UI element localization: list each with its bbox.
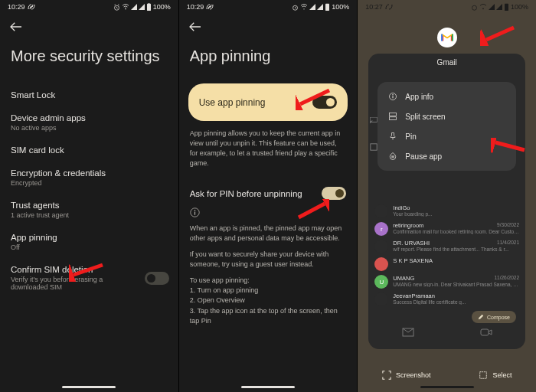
item-sublabel: No active apps <box>11 124 168 132</box>
app-title: Gmail <box>368 54 525 71</box>
item-sublabel: Off <box>11 243 168 251</box>
pencil-icon <box>478 314 484 320</box>
item-sublabel: 1 active trust agent <box>11 211 168 219</box>
mail-row[interactable]: DR. URVASHI11/4/2021w/f report. Please f… <box>374 240 519 253</box>
svg-rect-18 <box>390 113 397 116</box>
status-time: 10:29 <box>187 3 204 11</box>
item-sublabel: Verify it's you before erasing a downloa… <box>11 276 139 291</box>
use-app-pinning-card[interactable]: Use app pinning <box>188 83 348 121</box>
item-label: Device admin apps <box>11 113 168 122</box>
item-device-admin[interactable]: Device admin apps No active apps <box>0 106 178 139</box>
app-icon-button[interactable] <box>437 28 457 47</box>
svg-point-10 <box>472 5 476 10</box>
select-button[interactable]: Select <box>479 371 511 380</box>
toggle-use-app-pinning[interactable] <box>312 96 337 109</box>
battery-icon <box>146 3 152 11</box>
menu-label: Pin <box>405 132 416 141</box>
toggle-ask-pin[interactable] <box>322 187 346 200</box>
item-app-pinning[interactable]: App pinning Off <box>0 226 178 258</box>
back-icon[interactable] <box>188 21 202 32</box>
gesture-bar[interactable] <box>420 386 474 388</box>
status-bar: 10:27 100% <box>358 0 536 14</box>
svg-rect-14 <box>371 144 377 150</box>
item-label: Confirm SIM deletion <box>11 265 139 274</box>
status-bar: 10:29 100% <box>179 0 358 14</box>
menu-pin[interactable]: Pin <box>377 126 516 146</box>
side-icons <box>370 117 377 151</box>
svg-point-5 <box>304 8 305 9</box>
menu-label: Pause app <box>405 152 442 161</box>
mail-row[interactable]: JeevanPramaanSuccess Digital life certif… <box>374 292 519 306</box>
nfc-icon <box>385 4 393 10</box>
signal-icon <box>496 4 502 10</box>
item-trust-agents[interactable]: Trust agents 1 active trust agent <box>0 194 178 226</box>
alarm-icon <box>113 4 120 11</box>
item-label: Trust agents <box>11 201 168 210</box>
toggle-confirm-sim[interactable] <box>145 272 169 285</box>
pin-icon <box>388 132 397 141</box>
svg-rect-20 <box>392 155 393 158</box>
item-confirm-sim[interactable]: Confirm SIM deletion Verify it's you bef… <box>0 258 178 298</box>
pause-icon <box>388 152 397 161</box>
signal-icon <box>317 4 323 10</box>
description-text: App pinning allows you to keep the curre… <box>179 129 358 178</box>
signal-icon <box>139 4 145 10</box>
card-label: Use app pinning <box>199 97 266 108</box>
compose-label: Compose <box>487 315 510 320</box>
battery-icon <box>325 3 330 11</box>
info-icon <box>190 207 200 217</box>
alarm-icon <box>292 4 299 11</box>
select-icon <box>479 371 488 380</box>
signal-icon <box>489 4 495 10</box>
alarm-icon <box>471 4 478 11</box>
app-bottom-nav <box>368 325 525 340</box>
recent-app-card[interactable]: Gmail App info Split screen <box>368 54 525 349</box>
ask-pin-row[interactable]: Ask for PIN before unpinning <box>179 178 358 204</box>
item-smart-lock[interactable]: Smart Lock <box>0 83 178 106</box>
mail-row[interactable]: S K P SAXENA <box>374 257 519 271</box>
compose-button[interactable]: Compose <box>472 311 516 323</box>
screen-app-pinning: 10:29 100% App pinning Use app pinning A… <box>179 0 358 392</box>
item-label: Encryption & credentials <box>11 168 168 178</box>
gesture-bar[interactable] <box>62 386 116 388</box>
menu-label: Split screen <box>405 113 445 121</box>
instruction-text: When an app is pinned, the pinned app ma… <box>179 224 358 332</box>
menu-label: App info <box>405 93 433 101</box>
video-icon[interactable] <box>480 326 492 338</box>
svg-point-11 <box>482 8 484 10</box>
page-title: App pinning <box>179 37 358 83</box>
svg-rect-3 <box>148 3 149 4</box>
mail-row[interactable]: UUMANG11/26/2022UMANG new sign-in. Dear … <box>374 275 519 289</box>
status-bar: 10:29 100% <box>0 0 178 14</box>
mail-row[interactable]: rretiringroom9/30/2022Confirmation mail … <box>374 222 519 236</box>
svg-rect-2 <box>147 4 151 11</box>
screenshot-icon <box>382 371 391 380</box>
menu-app-info[interactable]: App info <box>377 87 516 106</box>
wifi-icon <box>122 4 129 10</box>
svg-rect-6 <box>325 4 329 11</box>
status-time: 10:29 <box>8 3 25 11</box>
gesture-bar[interactable] <box>241 386 295 388</box>
split-icon <box>388 112 397 121</box>
item-encryption[interactable]: Encryption & credentials Encrypted <box>0 162 178 194</box>
mail-list: IndiGoYour boarding p... rretiringroom9/… <box>374 204 519 306</box>
item-sim-lock[interactable]: SIM card lock <box>0 139 178 162</box>
action-label: Screenshot <box>396 371 431 379</box>
svg-point-1 <box>125 8 126 9</box>
nfc-icon <box>206 4 214 10</box>
battery-pct: 100% <box>511 3 528 11</box>
wifi-icon <box>479 4 487 10</box>
menu-pause[interactable]: Pause app <box>377 146 516 166</box>
screenshot-button[interactable]: Screenshot <box>382 371 431 380</box>
svg-rect-24 <box>480 372 487 379</box>
mail-icon[interactable] <box>402 326 414 338</box>
menu-split-screen[interactable]: Split screen <box>377 106 516 126</box>
item-label: App pinning <box>11 233 168 242</box>
svg-rect-9 <box>194 212 195 215</box>
back-icon[interactable] <box>9 21 23 32</box>
gmail-icon <box>441 33 453 42</box>
signal-icon <box>131 4 137 10</box>
svg-point-8 <box>194 210 195 211</box>
mail-row[interactable]: IndiGoYour boarding p... <box>374 204 519 218</box>
item-label: Smart Lock <box>11 90 168 100</box>
